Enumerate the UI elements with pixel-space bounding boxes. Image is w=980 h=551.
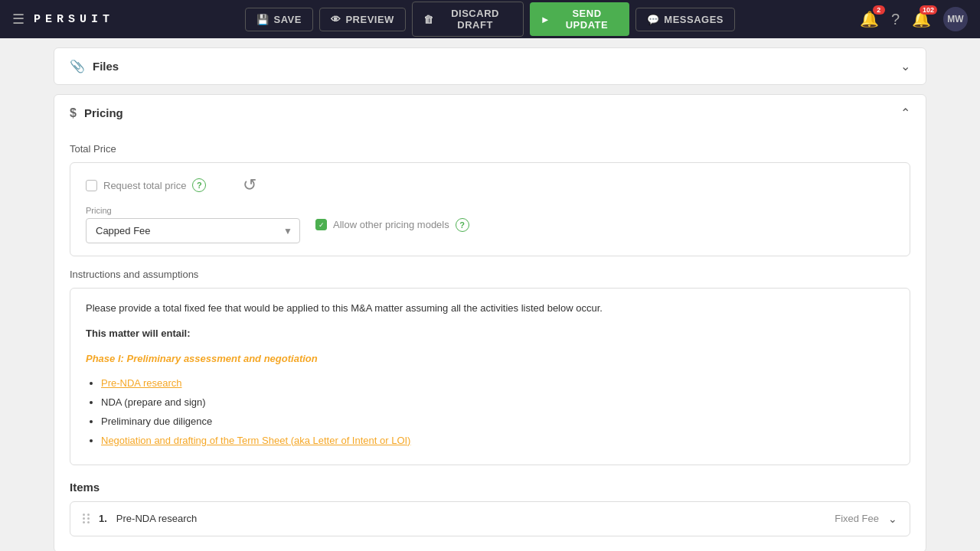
pricing-section-header[interactable]: $ Pricing ⌃ [54, 95, 926, 131]
preview-button[interactable]: 👁 PREVIEW [319, 8, 406, 31]
help-button[interactable]: ? [891, 11, 900, 28]
instructions-label: Instructions and assumptions [70, 269, 910, 280]
bullet-item-1: Pre-NDA research [101, 377, 181, 389]
pricing-dropdown-label: Pricing [86, 206, 300, 215]
messages-button[interactable]: 💬 MESSAGES [635, 8, 735, 31]
bullet-item-4: Negotiation and drafting of the Term She… [101, 435, 410, 446]
trash-icon: 🗑 [423, 14, 434, 25]
list-item: Negotiation and drafting of the Term She… [101, 433, 894, 449]
files-section-label: Files [93, 60, 119, 73]
discard-draft-button[interactable]: 🗑 DISCARD DRAFT [412, 2, 524, 37]
instructions-intro: Please provide a total fixed fee that wo… [86, 301, 894, 317]
cursor-pointer-icon: ↺ [243, 175, 256, 195]
files-section-title-group: 📎 Files [70, 59, 119, 73]
request-total-price-help-icon[interactable]: ? [192, 178, 206, 192]
bullet-item-3: Preliminary due diligence [101, 416, 212, 427]
alerts-button[interactable]: 🔔 102 [912, 10, 931, 28]
pricing-section-label: Pricing [84, 106, 123, 119]
pricing-body: Total Price Request total price ? ↺ Pric… [54, 143, 926, 551]
eye-icon: 👁 [331, 14, 341, 25]
items-section-label: Items [70, 481, 910, 494]
total-price-box: Request total price ? ↺ Pricing Capped F… [70, 162, 910, 256]
request-total-price-checkbox[interactable] [86, 180, 97, 191]
allow-pricing-label: Allow other pricing models [333, 219, 449, 230]
item-row: 1. Pre-NDA research Fixed Fee ⌄ [70, 501, 910, 536]
pricing-select-wrapper: Capped Fee Fixed Fee Hourly Contingency … [86, 218, 300, 243]
top-navigation: ☰ PERSUIT 💾 SAVE 👁 PREVIEW 🗑 DISCARD DRA… [0, 0, 980, 38]
hamburger-menu-icon[interactable]: ☰ [12, 11, 24, 28]
files-section: 📎 Files ⌄ [54, 47, 926, 85]
request-total-price-label: Request total price [103, 180, 186, 191]
dollar-icon: $ [70, 106, 77, 120]
files-section-header[interactable]: 📎 Files ⌄ [54, 48, 926, 84]
item-name: Pre-NDA research [116, 513, 825, 524]
alerts-badge: 102 [920, 5, 937, 15]
files-chevron-down-icon: ⌄ [900, 59, 910, 73]
send-icon: ► [541, 14, 550, 25]
main-content: 📎 Files ⌄ $ Pricing ⌃ Total Price Reques… [0, 38, 980, 551]
question-icon: ? [891, 11, 900, 28]
app-logo: PERSUIT [34, 13, 114, 26]
drag-handle-icon[interactable] [83, 514, 90, 523]
allow-pricing-checkbox[interactable]: ✓ [315, 219, 327, 230]
allow-pricing-help-icon[interactable]: ? [456, 218, 469, 232]
save-icon: 💾 [256, 14, 270, 25]
send-update-button[interactable]: ► SEND UPDATE [530, 2, 629, 36]
instructions-box: Please provide a total fixed fee that wo… [70, 288, 910, 465]
pricing-section: $ Pricing ⌃ Total Price Request total pr… [54, 94, 926, 551]
list-item: Pre-NDA research [101, 376, 894, 392]
paperclip-icon: 📎 [70, 59, 85, 73]
request-total-price-row: Request total price ? ↺ [86, 175, 894, 195]
list-item: Preliminary due diligence [101, 414, 894, 430]
bullet-list: Pre-NDA research NDA (prepare and sign) … [86, 376, 894, 448]
pricing-chevron-up-icon: ⌃ [900, 106, 910, 120]
save-button[interactable]: 💾 SAVE [245, 8, 313, 31]
bullet-item-2: NDA (prepare and sign) [101, 396, 206, 408]
pricing-model-row: Pricing Capped Fee Fixed Fee Hourly Cont… [86, 206, 894, 243]
pricing-dropdown-group: Pricing Capped Fee Fixed Fee Hourly Cont… [86, 206, 300, 243]
toolbar-buttons: 💾 SAVE 👁 PREVIEW 🗑 DISCARD DRAFT ► SEND … [245, 2, 735, 37]
total-price-label: Total Price [70, 143, 910, 155]
list-item: NDA (prepare and sign) [101, 395, 894, 411]
pricing-model-select[interactable]: Capped Fee Fixed Fee Hourly Contingency [86, 218, 300, 243]
entail-label: This matter will entail: [86, 326, 894, 342]
item-type: Fixed Fee [835, 513, 879, 524]
item-chevron-down-icon[interactable]: ⌄ [888, 513, 897, 525]
nav-left: ☰ PERSUIT [12, 11, 114, 28]
notifications-badge: 2 [873, 5, 885, 15]
pricing-section-title-group: $ Pricing [70, 106, 123, 120]
allow-pricing-row: ✓ Allow other pricing models ? [315, 218, 469, 232]
message-icon: 💬 [647, 14, 660, 25]
notifications-bell[interactable]: 🔔 2 [860, 10, 879, 28]
nav-right: 🔔 2 ? 🔔 102 MW [860, 7, 968, 31]
item-number: 1. [99, 513, 107, 524]
user-avatar[interactable]: MW [943, 7, 968, 31]
phase-label: Phase I: Preliminary assessment and nego… [86, 351, 894, 367]
